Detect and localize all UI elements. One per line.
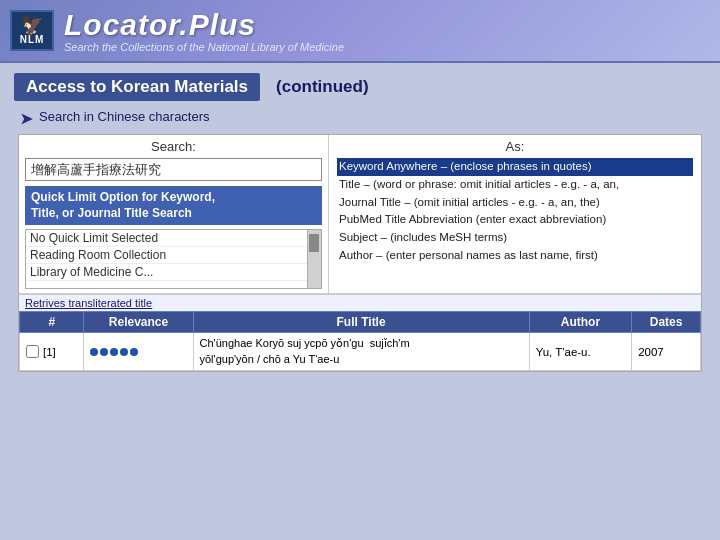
table-header-row: # Relevance Full Title Author Dates (20, 312, 701, 333)
search-interface: Search: Quick Limit Option for Keyword,T… (18, 134, 702, 372)
table-row: [1] Ch'ünghae Koryŏ suj ycpŏ y (20, 333, 701, 371)
checkbox-cell: [1] (26, 345, 77, 358)
col-header-fulltitle: Full Title (193, 312, 529, 333)
locator-plus-title: Locator.Plus (64, 8, 344, 41)
as-option-pubmed-title[interactable]: PubMed Title Abbreviation (enter exact a… (337, 211, 693, 229)
col-header-dates: Dates (632, 312, 701, 333)
as-option-keyword[interactable]: Keyword Anywhere – (enclose phrases in q… (337, 158, 693, 176)
row-author[interactable]: Yu, T'ae-u. (529, 333, 632, 371)
section-title-row: Access to Korean Materials (continued) (14, 73, 706, 101)
as-option-title[interactable]: Title – (word or phrase: omit initial ar… (337, 176, 693, 194)
as-option-author[interactable]: Author – (enter personal names as last n… (337, 247, 693, 265)
row-checkbox-num: [1] (20, 333, 84, 371)
search-input[interactable] (25, 158, 322, 181)
as-option-subject[interactable]: Subject – (includes MeSH terms) (337, 229, 693, 247)
section-continued: (continued) (276, 77, 369, 97)
scroll-thumb (309, 234, 319, 252)
col-header-num: # (20, 312, 84, 333)
dot-3 (110, 348, 118, 356)
logo-title-block: Locator.Plus Search the Collections of t… (64, 8, 344, 53)
search-cols: Search: Quick Limit Option for Keyword,T… (19, 135, 701, 294)
bullet-text: Search in Chinese characters (39, 109, 210, 124)
list-item[interactable]: Library of Medicine C... (26, 264, 321, 281)
row-relevance (84, 333, 193, 371)
nlm-logo: 🦅 NLM (10, 10, 54, 51)
row-dates: 2007 (632, 333, 701, 371)
col-header-relevance: Relevance (84, 312, 193, 333)
dots-cell (90, 348, 186, 356)
list-item[interactable]: No Quick Limit Selected (26, 230, 321, 247)
as-options: Keyword Anywhere – (enclose phrases in q… (337, 158, 693, 265)
retrieves-note: Retrives transliterated title (19, 294, 701, 311)
dot-5 (130, 348, 138, 356)
as-label: As: (337, 139, 693, 154)
dot-1 (90, 348, 98, 356)
search-label: Search: (25, 139, 322, 154)
search-col-right: As: Keyword Anywhere – (enclose phrases … (329, 135, 701, 293)
quick-limit-box: Quick Limit Option for Keyword,Title, or… (25, 186, 322, 225)
nlm-eagle-icon: 🦅 (21, 16, 43, 34)
search-col-left: Search: Quick Limit Option for Keyword,T… (19, 135, 329, 293)
col-header-author: Author (529, 312, 632, 333)
bullet-row: ➤ Search in Chinese characters (14, 109, 706, 128)
dot-4 (120, 348, 128, 356)
row-checkbox[interactable] (26, 345, 39, 358)
as-option-journal-title[interactable]: Journal Title – (omit initial articles -… (337, 194, 693, 212)
dot-2 (100, 348, 108, 356)
results-table: # Relevance Full Title Author Dates [1] (19, 311, 701, 371)
scroll-list[interactable]: No Quick Limit Selected Reading Room Col… (25, 229, 322, 289)
header: 🦅 NLM Locator.Plus Search the Collection… (0, 0, 720, 63)
list-item[interactable]: Reading Room Collection (26, 247, 321, 264)
nlm-label: NLM (20, 34, 45, 45)
bullet-arrow-icon: ➤ (20, 110, 33, 128)
locator-subtitle: Search the Collections of the National L… (64, 41, 344, 53)
scroll-handle[interactable] (307, 230, 321, 288)
row-full-title[interactable]: Ch'ünghae Koryŏ suj ycpŏ yǒn'gu sujǐch'm… (193, 333, 529, 371)
row-number: [1] (43, 346, 56, 358)
page-content: Access to Korean Materials (continued) ➤… (0, 63, 720, 382)
section-title: Access to Korean Materials (14, 73, 260, 101)
